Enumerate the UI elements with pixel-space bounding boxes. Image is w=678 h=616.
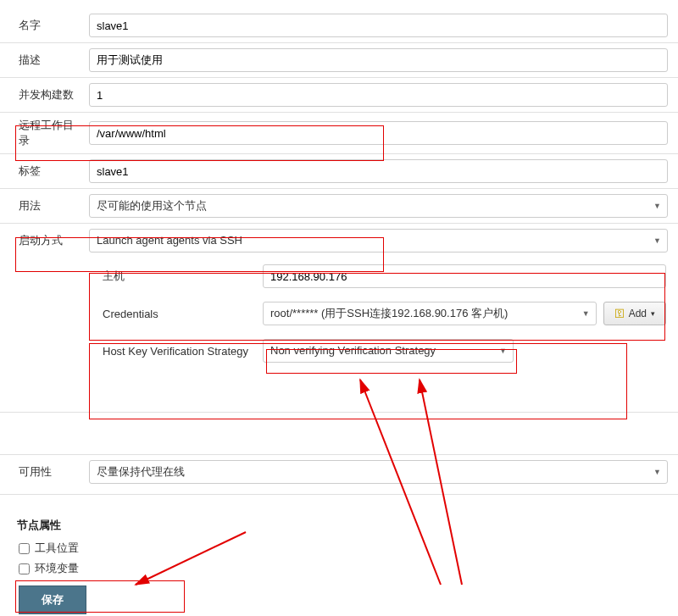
- credentials-select[interactable]: root/****** (用于SSH连接192.168.90.176 客户机): [263, 302, 597, 325]
- node-properties-heading: 节点属性: [0, 511, 678, 538]
- add-button-label: Add: [629, 308, 647, 319]
- tool-locations-checkbox[interactable]: [19, 543, 30, 554]
- name-label: 名字: [0, 18, 89, 33]
- host-input[interactable]: [263, 264, 666, 288]
- launch-method-label: 启动方式: [0, 233, 89, 248]
- hostkey-select[interactable]: Non verifying Verification Strategy: [263, 339, 514, 363]
- tags-input[interactable]: [89, 159, 668, 183]
- availability-select[interactable]: 尽量保持代理在线: [89, 460, 668, 484]
- desc-input[interactable]: [89, 48, 668, 72]
- key-icon: ⚿: [614, 308, 625, 319]
- executors-input[interactable]: [89, 83, 668, 107]
- remote-root-input[interactable]: [89, 121, 668, 145]
- dropdown-caret-icon: ▾: [651, 309, 655, 318]
- launch-method-select[interactable]: Launch agent agents via SSH: [89, 229, 668, 253]
- executors-label: 并发构建数: [0, 87, 89, 103]
- remote-root-label: 远程工作目录: [0, 118, 89, 148]
- env-vars-label: 环境变量: [35, 561, 79, 576]
- usage-label: 用法: [0, 198, 89, 214]
- host-label: 主机: [97, 269, 263, 284]
- save-button[interactable]: 保存: [19, 585, 86, 614]
- credentials-label: Credentials: [97, 308, 263, 320]
- add-credentials-button[interactable]: ⚿ Add ▾: [603, 302, 666, 325]
- hostkey-label: Host Key Verification Strategy: [97, 345, 263, 358]
- name-input[interactable]: [89, 14, 668, 37]
- env-vars-checkbox[interactable]: [19, 563, 30, 574]
- desc-label: 描述: [0, 53, 89, 68]
- tags-label: 标签: [0, 164, 89, 179]
- availability-label: 可用性: [0, 464, 89, 480]
- tool-locations-label: 工具位置: [35, 541, 79, 556]
- usage-select[interactable]: 尽可能的使用这个节点: [89, 194, 668, 218]
